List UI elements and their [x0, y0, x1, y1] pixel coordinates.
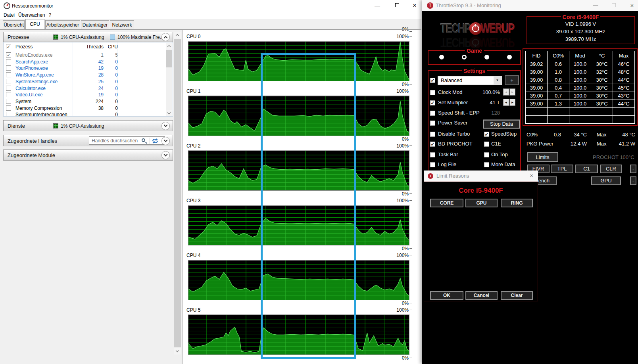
setting-checkbox-disableturbo[interactable] — [430, 132, 435, 137]
rm-minimize-button[interactable]: — — [371, 0, 384, 11]
process-checkbox[interactable] — [6, 72, 11, 77]
process-checkbox[interactable]: ✓ — [6, 52, 11, 57]
expand-dienste-button[interactable] — [161, 122, 170, 130]
dialog-button-ring[interactable]: RING — [501, 199, 533, 207]
scrollbar-thumb[interactable] — [174, 39, 181, 347]
setting-checkbox-moredata[interactable] — [484, 162, 489, 167]
table-row[interactable]: Calculator.exe240 — [4, 85, 173, 92]
tab-arbeitsspeicher[interactable]: Arbeitsspeicher — [45, 20, 80, 29]
stop-data-button[interactable]: Stop Data — [483, 120, 520, 128]
setting-checkbox-ce[interactable] — [484, 142, 489, 147]
add-profile-button[interactable]: + — [505, 75, 519, 85]
limits-button[interactable]: Limits — [527, 152, 558, 162]
col-cpu[interactable]: CPU — [104, 44, 118, 50]
scrollbar-thumb[interactable] — [166, 50, 172, 67]
button-[interactable]: - — [630, 176, 636, 185]
col-prozess[interactable]: Prozess — [15, 44, 33, 50]
button-tpl[interactable]: TPL — [551, 165, 573, 173]
expand-module-button[interactable] — [161, 151, 170, 159]
process-checkbox[interactable] — [6, 99, 11, 104]
tab-cpu[interactable]: CPU — [25, 19, 44, 29]
button-gpu[interactable]: GPU — [591, 176, 621, 185]
table-row[interactable]: YourPhone.exe190 — [4, 65, 173, 72]
spin-right-button[interactable]: ► — [509, 88, 515, 96]
game-radio-2[interactable] — [462, 55, 467, 59]
button-c1[interactable]: C1 — [575, 165, 598, 173]
process-checkbox[interactable] — [6, 65, 11, 71]
select-all-checkbox[interactable]: ✓ — [6, 44, 11, 49]
ts-minimize-button[interactable]: — — [590, 0, 601, 11]
game-radio-1[interactable] — [439, 55, 444, 59]
section-dienste-header[interactable]: Dienste 1% CPU-Auslastung — [3, 120, 173, 131]
process-table-scrollbar[interactable] — [166, 43, 172, 117]
menu-[interactable]: ? — [48, 12, 51, 18]
profile-checkbox[interactable]: ✓ — [430, 78, 435, 83]
scroll-up-button[interactable] — [166, 43, 172, 50]
process-checkbox[interactable] — [6, 105, 11, 111]
spin-left-button[interactable]: ◄ — [503, 88, 509, 96]
process-table-header[interactable]: ✓ Prozess Threads CPU — [4, 42, 173, 51]
game-radio-3[interactable] — [484, 55, 489, 59]
spin-left-button[interactable]: ◄ — [503, 99, 509, 106]
setting-checkbox-taskbar[interactable] — [430, 152, 435, 157]
setting-checkbox-powersaver[interactable] — [430, 121, 435, 126]
setting-checkbox-ontop[interactable] — [484, 152, 489, 157]
rm-maximize-button[interactable] — [390, 0, 404, 11]
menu-datei[interactable]: Datei — [4, 12, 15, 18]
selection-rectangle[interactable] — [261, 53, 356, 359]
process-checkbox[interactable] — [6, 92, 11, 97]
table-row[interactable]: SearchApp.exe420 — [4, 59, 173, 65]
setting-checkbox-logfile[interactable] — [430, 162, 435, 167]
tab-datentrger[interactable]: Datenträger — [81, 20, 109, 29]
rm-close-button[interactable]: × — [408, 0, 421, 11]
section-module-header[interactable]: Zugeordnete Module — [3, 149, 173, 161]
handles-search-input[interactable]: Handles durchsuchen — [89, 136, 165, 145]
scroll-down-button[interactable] — [166, 110, 172, 117]
dialog-button-clear[interactable]: Clear — [501, 291, 533, 300]
rm-titlebar[interactable]: Ressourcenmonitor — × — [0, 0, 421, 12]
ts-close-button[interactable]: × — [626, 0, 638, 11]
dialog-button-ok[interactable]: OK — [430, 291, 463, 300]
search-icon[interactable] — [142, 138, 145, 142]
setting-checkbox-clockmod[interactable] — [430, 90, 435, 95]
ts-maximize-button[interactable] — [608, 0, 620, 11]
dialog-titlebar[interactable]: T Limit Reasons × — [424, 171, 538, 182]
table-row[interactable]: Systemunterbrechungen0 — [4, 111, 173, 117]
profile-select[interactable]: Balanced▼ — [438, 76, 502, 85]
setting-checkbox-bdprochot[interactable]: ✓ — [430, 142, 435, 147]
section-prozesse-header[interactable]: Prozesse 1% CPU-Auslastung 100% Maximale… — [3, 32, 173, 42]
dialog-close-button[interactable]: × — [530, 172, 533, 179]
setting-checkbox-speedstep[interactable]: ✓ — [484, 132, 489, 137]
scroll-down-button[interactable] — [174, 348, 181, 354]
process-checkbox[interactable] — [6, 86, 11, 91]
expand-handles-button[interactable] — [161, 137, 170, 145]
process-checkbox[interactable] — [6, 112, 11, 117]
process-checkbox[interactable] — [6, 59, 11, 64]
collapse-prozesse-button[interactable] — [161, 33, 170, 41]
dialog-button-cancel[interactable]: Cancel — [465, 291, 498, 300]
spin-right-button[interactable]: ► — [509, 99, 515, 106]
dropdown-arrow-icon[interactable]: ▼ — [494, 77, 501, 84]
button-[interactable]: - — [630, 165, 636, 173]
refresh-search-icon[interactable] — [151, 138, 160, 144]
tab-netzwerk[interactable]: Netzwerk — [110, 20, 134, 29]
table-row[interactable]: System2240 — [4, 98, 173, 105]
graph-pane-scrollbar[interactable] — [174, 32, 181, 354]
table-row[interactable]: ✓MetroExodus.exe15 — [4, 52, 173, 59]
section-handles-header[interactable]: Zugeordnete Handles Handles durchsuchen — [3, 135, 173, 146]
setting-checkbox-speedshiftepp[interactable] — [430, 111, 435, 116]
table-row[interactable]: WinStore.App.exe280 — [4, 72, 173, 79]
ts-titlebar[interactable]: T ThrottleStop 9.3 - Monitoring — × — [422, 0, 638, 11]
button-clr[interactable]: CLR — [600, 165, 622, 173]
setting-checkbox-setmultiplier[interactable]: ✓ — [430, 100, 435, 105]
scroll-up-button[interactable] — [174, 32, 181, 38]
dialog-button-core[interactable]: CORE — [430, 199, 463, 207]
menu-berwachen[interactable]: Überwachen — [18, 12, 45, 18]
col-threads[interactable]: Threads — [59, 44, 104, 50]
tab-bersicht[interactable]: Übersicht — [3, 20, 25, 29]
process-checkbox[interactable] — [6, 79, 11, 84]
table-row[interactable]: Video.UI.exe190 — [4, 92, 173, 98]
dialog-button-gpu[interactable]: GPU — [465, 199, 498, 207]
game-radio-4[interactable] — [507, 55, 512, 59]
table-row[interactable]: SystemSettings.exe250 — [4, 79, 173, 85]
